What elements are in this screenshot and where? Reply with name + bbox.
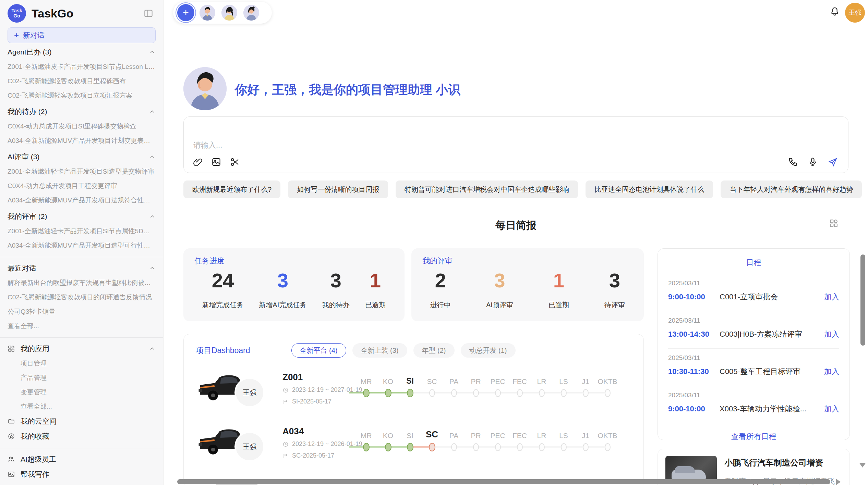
- milestone-dot: [539, 443, 545, 451]
- join-link[interactable]: 加入: [824, 404, 839, 414]
- join-link[interactable]: 加入: [824, 292, 839, 302]
- help-me-write-row[interactable]: 帮我写作: [8, 467, 156, 482]
- divider: [0, 337, 163, 338]
- section-my-review[interactable]: 我的评审 (2): [8, 209, 156, 224]
- sidebar-item[interactable]: Z001-全新燃油皮卡产品开发项目SI节点Lesson Learn报告: [8, 60, 156, 74]
- join-link[interactable]: 加入: [824, 366, 839, 377]
- stat-ai-pre-review: 3 AI预评审: [486, 268, 513, 310]
- ai-super-staff-row[interactable]: AI超级员工: [8, 452, 156, 467]
- new-chat-button[interactable]: + 新对话: [8, 27, 156, 43]
- assistant-avatar-2[interactable]: [220, 4, 238, 22]
- sidebar-item[interactable]: Z001-全新燃油轻卡产品开发项目SI造型提交物评审: [8, 164, 156, 179]
- app-item-product-mgmt[interactable]: 产品管理: [8, 371, 156, 385]
- recent-chat-item[interactable]: C02-飞腾新能源轻客改款项目的闭环通告反馈情况: [8, 290, 156, 304]
- sidebar-item[interactable]: C0X4-动力总成开发项目工程变更评审: [8, 179, 156, 193]
- schedule-name: C005-整车工程目标评审: [720, 366, 824, 377]
- microphone-icon[interactable]: [808, 157, 818, 167]
- sidebar-item-label: Z001-全新燃油轻卡产品开发项目SI造型提交物评审: [8, 167, 156, 176]
- task-progress-title: 任务进度: [194, 256, 225, 266]
- divider: [0, 448, 163, 448]
- milestone-sc: SC: [421, 373, 443, 400]
- vertical-scrollbar-thumb[interactable]: [860, 254, 865, 346]
- horizontal-scrollbar-thumb[interactable]: [177, 479, 830, 484]
- milestone-si: SI: [399, 427, 421, 454]
- schedule-date: 2025/03/11: [668, 354, 839, 362]
- recent-chat-item[interactable]: 解释最新出台的欧盟报废车法规再生塑料比例被调至15%...: [8, 276, 156, 290]
- attachment-icon[interactable]: [193, 157, 203, 167]
- suggestion-chip[interactable]: 当下年轻人对汽车外观有怎样的喜好趋势: [721, 181, 862, 198]
- sidebar-collapse-icon[interactable]: [143, 8, 154, 18]
- sidebar-item[interactable]: A034-全新新能源MUV产品开发项目造型可行性评审: [8, 238, 156, 253]
- sidebar-item[interactable]: C0X4-动力总成开发项目SI里程碑提交物检查: [8, 119, 156, 134]
- milestone-dot: [429, 443, 435, 451]
- assistant-avatar-3[interactable]: [242, 4, 260, 22]
- project-row-a034[interactable]: 王强 A034 2023-12-19 ~ 2026-01-19 SC-2025-…: [184, 425, 643, 480]
- help-me-write-label: 帮我写作: [21, 470, 49, 479]
- chat-input-box[interactable]: 请输入...: [183, 116, 848, 173]
- tab-year-model[interactable]: 年型 (2): [413, 343, 455, 358]
- sidebar-item-label: C0X4-动力总成开发项目SI里程碑提交物检查: [8, 122, 156, 131]
- recent-chat-item[interactable]: 公司Q3轻卡销量: [8, 304, 156, 319]
- milestone-dot: [561, 389, 567, 397]
- schedule-name: C003|H0B-方案冻结评审: [720, 329, 824, 339]
- assistant-avatar-1[interactable]: [198, 4, 216, 22]
- milestone-oktb: OKTB: [596, 427, 618, 454]
- view-all-schedule-link[interactable]: 查看所有日程: [658, 432, 849, 442]
- app-item-view-all[interactable]: 查看全部...: [8, 399, 156, 414]
- suggestion-chip[interactable]: 欧洲新规最近颁布了什么?: [183, 181, 280, 198]
- milestone-track: MR KO SI SC PA PR PEC FEC LR LS J1 OKTB: [355, 373, 618, 400]
- project-row-z001[interactable]: 王强 Z001 2023-12-19 ~ 2027-01-19 SI-2025-…: [184, 371, 643, 426]
- user-avatar[interactable]: 王强: [845, 3, 865, 23]
- milestone-pr: PR: [465, 427, 487, 454]
- sidebar-item[interactable]: Z001-全新燃油轻卡产品开发项目SI节点属性5D文件评审: [8, 224, 156, 238]
- briefing-layout-icon[interactable]: [829, 219, 839, 228]
- image-icon[interactable]: [211, 157, 221, 167]
- task-progress-stats: 24 新增完成任务 3 新增AI完成任务 3 我的待办 1 已逾期: [183, 268, 405, 310]
- sidebar-item[interactable]: A034-全新新能源MUV产品开发项目计划变更表编写: [8, 134, 156, 148]
- milestone-dot: [451, 389, 457, 397]
- flag-text: SI-2025-05-17: [292, 398, 331, 405]
- flag-icon: [282, 453, 289, 459]
- suggestion-chip[interactable]: 如何写一份清晰的项目周报: [288, 181, 388, 198]
- sidebar-item[interactable]: C02-飞腾新能源轻客改款项目立项汇报方案: [8, 88, 156, 103]
- suggestion-chips: 欧洲新规最近颁布了什么? 如何写一份清晰的项目周报 特朗普可能对进口汽车增税会对…: [183, 181, 855, 198]
- app-item-project-mgmt[interactable]: 项目管理: [8, 356, 156, 371]
- app-item-label: 变更管理: [21, 388, 47, 397]
- phone-icon[interactable]: [788, 157, 798, 167]
- tab-powertrain[interactable]: 动总开发 (1): [461, 343, 516, 358]
- composer-right-icons: [788, 157, 838, 167]
- my-cloud-row[interactable]: 我的云空间: [8, 414, 156, 429]
- star-circle-icon: [8, 433, 15, 440]
- scroll-right-arrow[interactable]: [836, 479, 841, 485]
- schedule-name: C001-立项审批会: [720, 292, 824, 302]
- tab-new-body[interactable]: 全新上装 (3): [352, 343, 407, 358]
- my-apps-row[interactable]: 我的应用: [8, 341, 156, 356]
- section-recent-chats[interactable]: 最近对话: [8, 261, 156, 276]
- section-my-todo[interactable]: 我的待办 (2): [8, 104, 156, 119]
- stat-label: 待评审: [604, 300, 625, 310]
- app-item-change-mgmt[interactable]: 变更管理: [8, 385, 156, 399]
- milestone-dot: [495, 443, 501, 451]
- scissors-icon[interactable]: [230, 157, 240, 167]
- sidebar-item[interactable]: A034-全新新能源MUV产品开发项目法规符合性评审: [8, 193, 156, 208]
- my-favorites-row[interactable]: 我的收藏: [8, 429, 156, 444]
- notification-bell-icon[interactable]: [829, 6, 840, 17]
- section-title: 最近对话: [8, 263, 36, 273]
- join-link[interactable]: 加入: [824, 329, 839, 339]
- stat-label: 已逾期: [365, 300, 386, 310]
- stat-label: 新增完成任务: [202, 300, 243, 310]
- milestone-lr: LR: [531, 373, 553, 400]
- recent-chat-view-all[interactable]: 查看全部...: [8, 319, 156, 333]
- creative-drawing-row[interactable]: 创意制图: [8, 482, 156, 485]
- suggestion-chip[interactable]: 比亚迪全固态电池计划具体说了什么: [586, 181, 713, 198]
- stat-overdue: 1 已逾期: [365, 268, 386, 310]
- add-assistant-button[interactable]: +: [177, 4, 194, 21]
- section-ai-review[interactable]: AI评审 (3): [8, 149, 156, 164]
- divider: [668, 423, 839, 423]
- tab-new-platform[interactable]: 全新平台 (4): [291, 343, 346, 358]
- scroll-down-arrow[interactable]: [859, 463, 866, 468]
- suggestion-chip[interactable]: 特朗普可能对进口汽车增税会对中国车企造成哪些影响: [396, 181, 578, 198]
- section-agent-done[interactable]: Agent已办 (3): [8, 45, 156, 60]
- send-icon[interactable]: [828, 157, 838, 167]
- sidebar-item[interactable]: C02-飞腾新能源轻客改款项目里程碑画布: [8, 74, 156, 88]
